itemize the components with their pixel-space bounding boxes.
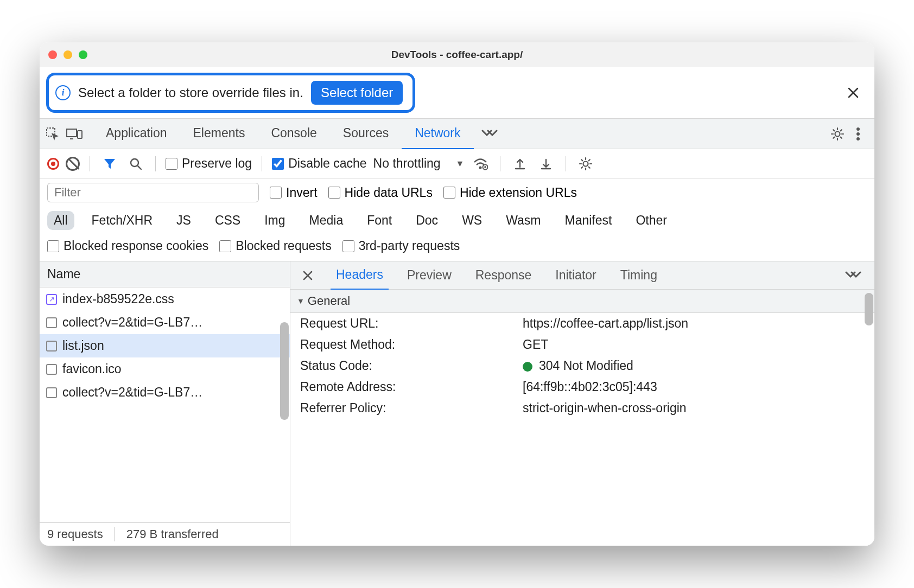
hide-ext-label: Hide extension URLs bbox=[460, 186, 577, 200]
svg-point-7 bbox=[856, 137, 860, 140]
maximize-window-button[interactable] bbox=[79, 50, 87, 59]
request-row[interactable]: collect?v=2&tid=G-LB7… bbox=[40, 381, 290, 404]
tab-console[interactable]: Console bbox=[258, 118, 329, 150]
disable-cache-checkbox[interactable]: Disable cache bbox=[272, 156, 366, 171]
svg-point-5 bbox=[856, 127, 860, 131]
svg-point-6 bbox=[856, 132, 860, 136]
tab-headers[interactable]: Headers bbox=[331, 261, 389, 290]
network-settings-icon[interactable] bbox=[576, 154, 595, 174]
preserve-log-checkbox[interactable]: Preserve log bbox=[166, 156, 252, 171]
request-count: 9 requests bbox=[47, 527, 115, 541]
tab-timing[interactable]: Timing bbox=[615, 261, 663, 289]
blocked-cookies-checkbox[interactable]: Blocked response cookies bbox=[47, 239, 208, 253]
type-media[interactable]: Media bbox=[303, 211, 350, 230]
type-other[interactable]: Other bbox=[629, 211, 674, 230]
type-all[interactable]: All bbox=[47, 211, 74, 230]
search-icon[interactable] bbox=[126, 154, 145, 174]
network-conditions-icon[interactable] bbox=[471, 154, 490, 174]
request-list-panel: Name ↗ index-b859522e.css collect?v=2&ti… bbox=[40, 261, 290, 546]
record-button[interactable] bbox=[47, 158, 59, 170]
tab-sources[interactable]: Sources bbox=[330, 118, 402, 150]
close-detail-icon[interactable] bbox=[298, 266, 318, 285]
request-name: favicon.ico bbox=[62, 362, 122, 376]
hide-data-label: Hide data URLs bbox=[345, 186, 433, 200]
import-har-icon[interactable] bbox=[536, 154, 556, 174]
scrollbar[interactable] bbox=[865, 293, 873, 325]
hide-data-urls-checkbox[interactable]: Hide data URLs bbox=[328, 186, 433, 200]
thirdparty-checkbox[interactable]: 3rd-party requests bbox=[342, 239, 460, 253]
request-row[interactable]: list.json bbox=[40, 334, 290, 357]
request-row[interactable]: favicon.ico bbox=[40, 357, 290, 381]
type-img[interactable]: Img bbox=[258, 211, 291, 230]
hide-extension-urls-checkbox[interactable]: Hide extension URLs bbox=[443, 186, 577, 200]
request-row[interactable]: collect?v=2&tid=G-LB7… bbox=[40, 311, 290, 334]
name-column-header[interactable]: Name bbox=[40, 261, 290, 287]
type-css[interactable]: CSS bbox=[208, 211, 247, 230]
request-row[interactable]: ↗ index-b859522e.css bbox=[40, 287, 290, 311]
type-ws[interactable]: WS bbox=[455, 211, 488, 230]
throttling-label: No throttling bbox=[373, 156, 441, 171]
select-folder-button[interactable]: Select folder bbox=[311, 81, 403, 105]
type-font[interactable]: Font bbox=[360, 211, 398, 230]
blocked-requests-checkbox[interactable]: Blocked requests bbox=[219, 239, 331, 253]
caret-down-icon: ▼ bbox=[456, 159, 465, 169]
minimize-window-button[interactable] bbox=[64, 50, 72, 59]
request-list: ↗ index-b859522e.css collect?v=2&tid=G-L… bbox=[40, 287, 290, 522]
kv-value: https://coffee-cart.app/list.json bbox=[523, 316, 865, 331]
detail-tabs: Headers Preview Response Initiator Timin… bbox=[290, 261, 874, 290]
disclosure-triangle-icon: ▼ bbox=[297, 297, 304, 305]
kv-referrer-policy: Referrer Policy: strict-origin-when-cros… bbox=[290, 398, 874, 419]
kv-status-code: Status Code: 304 Not Modified bbox=[290, 355, 874, 376]
tab-network[interactable]: Network bbox=[402, 118, 473, 150]
export-har-icon[interactable] bbox=[510, 154, 530, 174]
tab-application[interactable]: Application bbox=[93, 118, 180, 150]
svg-point-14 bbox=[583, 161, 588, 166]
svg-rect-1 bbox=[67, 129, 77, 137]
type-wasm[interactable]: Wasm bbox=[499, 211, 547, 230]
invert-checkbox[interactable]: Invert bbox=[270, 186, 318, 200]
filter-icon[interactable] bbox=[100, 154, 119, 174]
banner-highlight: i Select a folder to store override file… bbox=[46, 73, 415, 113]
tab-preview[interactable]: Preview bbox=[402, 261, 457, 289]
kv-value: strict-origin-when-cross-origin bbox=[523, 401, 865, 416]
kv-request-method: Request Method: GET bbox=[290, 334, 874, 355]
type-js[interactable]: JS bbox=[170, 211, 198, 230]
settings-icon[interactable] bbox=[829, 125, 846, 143]
file-type-icon bbox=[46, 364, 57, 375]
status-text: 304 Not Modified bbox=[539, 359, 633, 373]
banner-text: Select a folder to store override files … bbox=[78, 85, 303, 100]
resource-type-filter: All Fetch/XHR JS CSS Img Media Font Doc … bbox=[40, 207, 874, 234]
preserve-log-label: Preserve log bbox=[182, 156, 252, 171]
close-banner-button[interactable] bbox=[842, 85, 865, 101]
filter-input[interactable] bbox=[47, 183, 259, 202]
more-tabs-icon[interactable] bbox=[476, 129, 503, 139]
content-area: Name ↗ index-b859522e.css collect?v=2&ti… bbox=[40, 261, 874, 546]
clear-button[interactable] bbox=[66, 157, 80, 171]
blocked-req-label: Blocked requests bbox=[236, 239, 331, 253]
kv-label: Request URL: bbox=[300, 316, 523, 331]
tab-initiator[interactable]: Initiator bbox=[550, 261, 601, 289]
request-name: list.json bbox=[62, 338, 104, 353]
device-toolbar-icon[interactable] bbox=[65, 124, 84, 144]
tab-response[interactable]: Response bbox=[470, 261, 537, 289]
status-bar: 9 requests 279 B transferred bbox=[40, 522, 290, 546]
more-detail-tabs-icon[interactable] bbox=[840, 270, 867, 281]
throttling-select[interactable]: No throttling ▼ bbox=[373, 156, 465, 171]
tab-elements[interactable]: Elements bbox=[180, 118, 258, 150]
type-fetch-xhr[interactable]: Fetch/XHR bbox=[85, 211, 159, 230]
kebab-menu-icon[interactable] bbox=[848, 126, 868, 142]
request-name: collect?v=2&tid=G-LB7… bbox=[62, 385, 202, 400]
kv-value: 304 Not Modified bbox=[523, 359, 865, 373]
svg-line-9 bbox=[137, 165, 141, 169]
scrollbar[interactable] bbox=[280, 322, 289, 420]
traffic-lights bbox=[48, 50, 87, 59]
type-manifest[interactable]: Manifest bbox=[558, 211, 619, 230]
file-type-icon bbox=[46, 387, 57, 398]
inspect-element-icon[interactable] bbox=[43, 124, 62, 144]
close-window-button[interactable] bbox=[48, 50, 57, 59]
general-section-header[interactable]: ▼ General bbox=[290, 290, 874, 313]
kv-label: Referrer Policy: bbox=[300, 401, 523, 416]
type-doc[interactable]: Doc bbox=[409, 211, 445, 230]
section-title: General bbox=[308, 294, 350, 308]
kv-value: GET bbox=[523, 337, 865, 352]
